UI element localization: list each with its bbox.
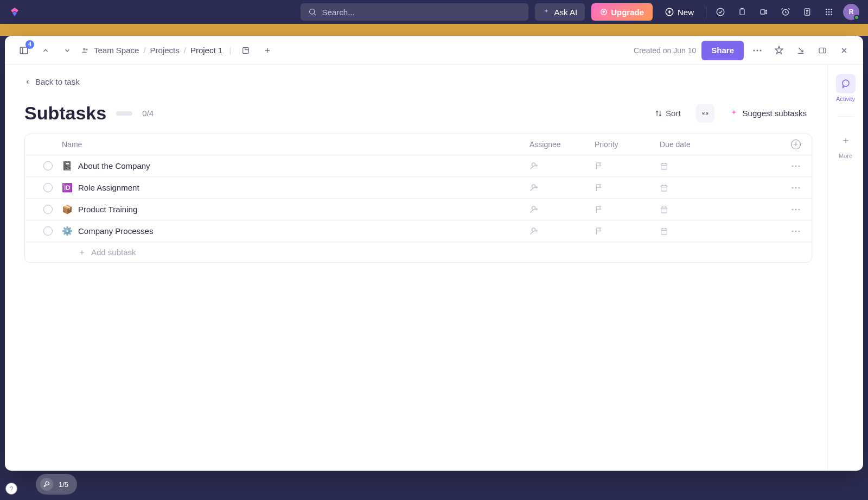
breadcrumb-space[interactable]: Team Space [94, 46, 139, 55]
global-search[interactable]: Search... [301, 3, 528, 21]
next-task-button[interactable] [59, 42, 75, 59]
ask-ai-button[interactable]: Ask AI [535, 3, 585, 21]
assignee-add-icon[interactable] [529, 205, 595, 214]
table-row[interactable]: 🆔 Role Assignment [25, 176, 812, 198]
status-circle[interactable] [43, 161, 53, 170]
more-rail-button[interactable]: More [836, 131, 856, 159]
assignee-add-icon[interactable] [529, 183, 595, 193]
upgrade-button[interactable]: Upgrade [591, 3, 653, 21]
due-date-icon[interactable] [660, 183, 768, 192]
priority-flag-icon[interactable] [595, 205, 660, 214]
svg-point-37 [792, 208, 794, 210]
due-date-icon[interactable] [660, 205, 768, 214]
back-to-task-link[interactable]: Back to task [24, 77, 812, 86]
svg-point-14 [826, 14, 827, 15]
svg-rect-24 [819, 48, 826, 53]
svg-point-21 [754, 49, 755, 51]
svg-point-19 [86, 48, 88, 50]
check-circle-icon[interactable] [713, 4, 728, 20]
svg-point-22 [757, 49, 758, 51]
due-date-icon[interactable] [660, 162, 768, 170]
svg-point-3 [717, 8, 724, 16]
task-name[interactable]: Company Processes [78, 226, 529, 236]
svg-rect-36 [661, 207, 667, 213]
table-row[interactable]: 📓 About the Company [25, 155, 812, 176]
svg-point-34 [799, 187, 800, 188]
table-row[interactable]: ⚙️ Company Processes [25, 220, 812, 242]
task-emoji: 🆔 [62, 182, 78, 193]
video-icon[interactable] [756, 4, 771, 20]
svg-point-44 [799, 230, 800, 232]
priority-flag-icon[interactable] [595, 183, 660, 192]
assignee-add-icon[interactable] [529, 161, 595, 171]
star-button[interactable] [771, 42, 787, 59]
svg-point-15 [828, 14, 830, 15]
app-logo[interactable] [9, 6, 21, 18]
add-subtask-button[interactable]: Add subtask [25, 242, 812, 262]
status-circle[interactable] [43, 205, 53, 214]
apps-grid-icon[interactable] [821, 4, 837, 20]
breadcrumb-projects[interactable]: Projects [150, 46, 180, 55]
subtask-progress-bar [116, 111, 132, 116]
task-name[interactable]: Product Training [78, 205, 529, 214]
tasks-count-badge: 4 [25, 40, 34, 49]
status-circle[interactable] [43, 226, 53, 236]
svg-point-10 [831, 9, 832, 10]
clipboard-icon[interactable] [735, 4, 750, 20]
status-circle[interactable] [43, 183, 53, 192]
banner-strip [0, 24, 868, 36]
svg-rect-5 [761, 10, 765, 14]
assignee-add-icon[interactable] [529, 226, 595, 236]
svg-point-38 [795, 208, 797, 210]
user-avatar[interactable]: R [843, 4, 859, 20]
priority-flag-icon[interactable] [595, 227, 660, 236]
subtask-table: Name Assignee Priority Due date + 📓 Abou… [24, 134, 812, 263]
row-more-button[interactable] [768, 208, 801, 211]
svg-point-23 [760, 49, 762, 51]
onboarding-progress-pill[interactable]: 1/5 [36, 474, 77, 495]
add-button[interactable] [259, 42, 276, 59]
task-name[interactable]: Role Assignment [78, 183, 529, 192]
sort-button[interactable]: Sort [649, 105, 686, 121]
task-name[interactable]: About the Company [78, 161, 529, 170]
row-more-button[interactable] [768, 164, 801, 168]
collapse-icon [701, 110, 709, 117]
sidebar-toggle-button[interactable]: 4 [16, 42, 32, 59]
row-more-button[interactable] [768, 186, 801, 189]
svg-rect-41 [661, 229, 667, 235]
new-button[interactable]: New [659, 3, 699, 21]
priority-flag-icon[interactable] [595, 162, 660, 170]
table-row[interactable]: 📦 Product Training [25, 198, 812, 220]
more-options-button[interactable] [749, 42, 765, 59]
new-window-button[interactable] [238, 42, 254, 59]
close-button[interactable] [836, 42, 852, 59]
svg-point-35 [532, 206, 535, 210]
collapse-down-button[interactable] [793, 42, 809, 59]
add-column-button[interactable]: + [768, 140, 801, 149]
help-button[interactable]: ? [5, 483, 17, 495]
rocket-icon [40, 478, 53, 491]
svg-point-11 [826, 11, 827, 13]
due-date-icon[interactable] [660, 227, 768, 236]
alarm-icon[interactable] [778, 4, 793, 20]
prev-task-button[interactable] [37, 42, 54, 59]
svg-point-30 [532, 185, 535, 188]
breadcrumb-current[interactable]: Project 1 [190, 46, 222, 55]
suggest-subtasks-button[interactable]: Suggest subtasks [724, 105, 812, 121]
svg-point-18 [83, 48, 86, 50]
svg-rect-20 [243, 47, 249, 53]
top-bar: Search... Ask AI Upgrade New R [0, 0, 868, 24]
task-emoji: 📓 [62, 161, 78, 171]
activity-button[interactable]: Activity [836, 74, 856, 102]
share-button[interactable]: Share [701, 41, 744, 60]
breadcrumb: Team Space / Projects / Project 1 [81, 46, 222, 55]
collapse-subtasks-button[interactable] [696, 104, 714, 123]
chevron-left-icon [24, 79, 31, 85]
expand-button[interactable] [814, 42, 831, 59]
row-more-button[interactable] [768, 230, 801, 233]
notepad-icon[interactable] [800, 4, 815, 20]
page-title-row: Subtasks 0/4 Sort Suggest subtasks [24, 103, 812, 124]
svg-point-40 [532, 228, 535, 231]
modal-body: Back to task Subtasks 0/4 Sort Suggest s… [5, 65, 863, 471]
table-header: Name Assignee Priority Due date + [25, 134, 812, 155]
